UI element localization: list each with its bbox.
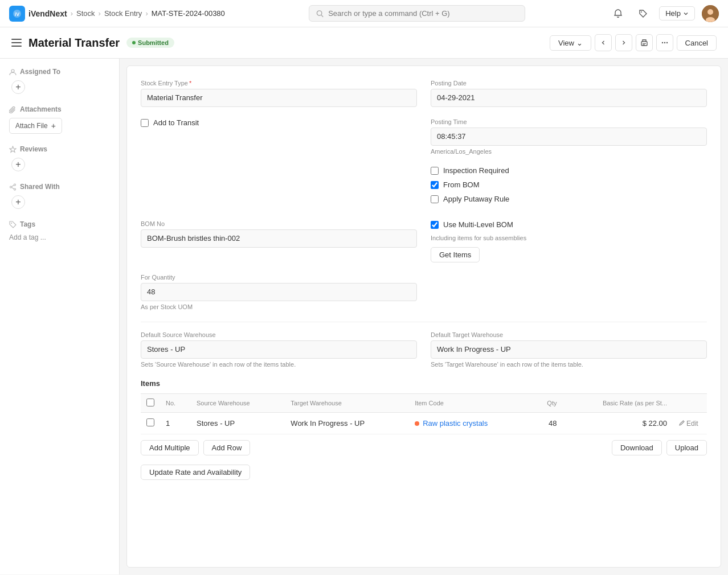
next-button[interactable] [615, 34, 632, 51]
star-icon [9, 146, 17, 153]
search-bar-container [309, 5, 525, 22]
including-sub-hint: Including items for sub assemblies [431, 235, 707, 241]
row-source-wh-cell: Stores - UP [191, 413, 285, 434]
upload-button[interactable]: Upload [666, 440, 707, 455]
svg-rect-9 [643, 43, 646, 44]
reviews-section: Reviews + [9, 145, 110, 171]
chevron-down-icon [683, 11, 689, 17]
multi-level-bom-col: Use Multi-Level BOM Including items for … [431, 220, 707, 262]
apply-putaway-rule-checkbox[interactable] [431, 195, 439, 203]
inspection-required-checkbox[interactable] [431, 167, 439, 175]
page-header-right: View ⌄ Cancel [550, 34, 717, 51]
tag-button[interactable] [634, 5, 652, 23]
status-label: Submitted [138, 39, 169, 46]
form-row-1: Stock Entry Type * Material Transfer Pos… [141, 80, 707, 107]
target-warehouse-hint: Sets 'Target Warehouse' in each row of t… [431, 361, 707, 368]
add-row-button[interactable]: Add Row [203, 440, 251, 455]
add-multiple-button[interactable]: Add Multiple [141, 440, 199, 455]
prev-button[interactable] [595, 34, 612, 51]
reviews-label: Reviews [20, 145, 47, 153]
apply-putaway-rule-row: Apply Putaway Rule [431, 195, 707, 203]
page-header: Material Transfer Submitted View ⌄ Cance… [0, 27, 728, 59]
form-row-3: Inspection Required From BOM Apply Putaw… [141, 166, 707, 209]
notifications-button[interactable] [609, 5, 627, 23]
hamburger-line-1 [11, 39, 22, 40]
svg-point-14 [11, 69, 14, 72]
edit-row-button[interactable]: Edit [678, 420, 701, 428]
bom-no-value[interactable]: BOM-Brush bristles thin-002 [141, 229, 417, 248]
for-quantity-col: For Quantity 48 As per Stock UOM [141, 274, 417, 310]
attach-file-button[interactable]: Attach File + [9, 118, 62, 134]
topnav-left: iV iVendNext › Stock › Stock Entry › MAT… [9, 6, 225, 22]
col-source-wh: Source Warehouse [191, 394, 285, 413]
right-checkboxes-col: Inspection Required From BOM Apply Putaw… [431, 166, 707, 209]
from-bom-row: From BOM [431, 180, 707, 189]
hamburger-menu[interactable] [11, 39, 22, 47]
breadcrumb-stock[interactable]: Stock [76, 9, 95, 18]
view-button[interactable]: View ⌄ [550, 35, 591, 51]
shared-with-label: Shared With [20, 183, 60, 191]
assigned-to-title: Assigned To [9, 68, 110, 76]
select-all-checkbox[interactable] [146, 399, 154, 406]
breadcrumb-stock-entry[interactable]: Stock Entry [104, 9, 142, 18]
use-multi-level-bom-row: Use Multi-Level BOM [431, 220, 707, 229]
update-rate-availability-button[interactable]: Update Rate and Availability [141, 465, 250, 480]
posting-date-value[interactable]: 04-29-2021 [431, 89, 707, 107]
divider-1 [141, 322, 707, 322]
download-button[interactable]: Download [612, 440, 662, 455]
add-shared-with-button[interactable]: + [11, 195, 25, 209]
source-warehouse-hint: Sets 'Source Warehouse' in each row of t… [141, 361, 417, 368]
more-options-button[interactable] [656, 34, 673, 51]
attach-file-label: Attach File [15, 122, 48, 130]
use-multi-level-bom-checkbox[interactable] [431, 221, 439, 229]
svg-point-2 [317, 10, 321, 15]
print-button[interactable] [636, 34, 653, 51]
row-checkbox[interactable] [146, 418, 154, 426]
svg-point-12 [664, 42, 665, 43]
add-to-transit-label: Add to Transit [153, 118, 199, 127]
svg-point-21 [11, 223, 12, 224]
add-tag-input[interactable]: Add a tag ... [9, 233, 46, 241]
as-per-stock-uom-hint: As per Stock UOM [141, 303, 417, 310]
user-avatar[interactable] [702, 5, 719, 22]
get-items-button[interactable]: Get Items [431, 247, 480, 262]
hamburger-line-3 [11, 46, 22, 47]
add-to-transit-checkbox[interactable] [141, 119, 149, 127]
row-checkbox-cell [141, 413, 160, 434]
svg-line-19 [12, 185, 14, 187]
tag-sidebar-icon [9, 221, 17, 228]
attachments-title: Attachments [9, 105, 110, 113]
logo-icon[interactable]: iV [9, 6, 25, 22]
paperclip-icon [9, 106, 17, 113]
stock-entry-type-col: Stock Entry Type * Material Transfer [141, 80, 417, 107]
source-warehouse-value[interactable]: Stores - UP [141, 340, 417, 359]
items-table: No. Source Warehouse Target Warehouse It… [141, 393, 707, 434]
search-bar[interactable] [309, 5, 525, 22]
add-review-button[interactable]: + [11, 158, 25, 171]
breadcrumb-sep-2: › [99, 9, 101, 18]
help-button[interactable]: Help [659, 6, 695, 20]
form-row-bom: BOM No BOM-Brush bristles thin-002 Use M… [141, 220, 707, 262]
svg-point-11 [661, 42, 662, 43]
shared-with-section: Shared With + [9, 183, 110, 209]
for-quantity-value[interactable]: 48 [141, 283, 417, 301]
status-badge: Submitted [126, 38, 174, 48]
from-bom-checkbox[interactable] [431, 181, 439, 189]
posting-time-value[interactable]: 08:45:37 [431, 128, 707, 146]
search-input[interactable] [328, 9, 518, 18]
item-code-text[interactable]: Raw plastic crystals [423, 419, 488, 428]
topnav: iV iVendNext › Stock › Stock Entry › MAT… [0, 0, 728, 27]
svg-text:iV: iV [15, 11, 20, 17]
stock-entry-type-value[interactable]: Material Transfer [141, 89, 417, 107]
add-to-transit-row: Add to Transit [141, 118, 417, 127]
required-marker: * [189, 80, 191, 87]
col-qty: Qty [531, 394, 562, 413]
cancel-button[interactable]: Cancel [677, 35, 717, 51]
topnav-right: Help [609, 5, 719, 23]
print-icon [640, 39, 648, 47]
add-to-transit-col: Add to Transit [141, 118, 417, 133]
add-assigned-to-button[interactable]: + [11, 80, 25, 94]
target-warehouse-value[interactable]: Work In Progress - UP [431, 340, 707, 359]
bom-no-col: BOM No BOM-Brush bristles thin-002 [141, 220, 417, 248]
person-icon [9, 68, 17, 76]
